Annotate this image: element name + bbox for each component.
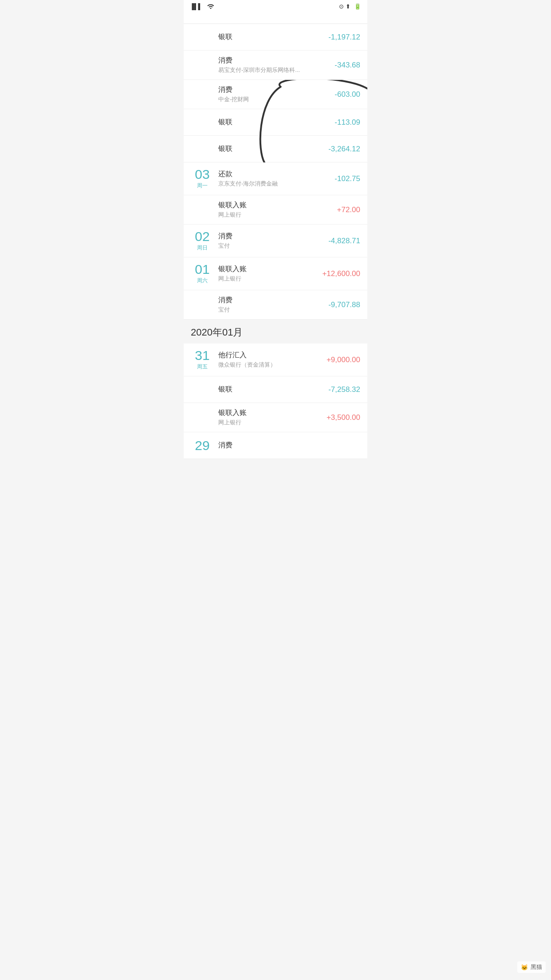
transaction-row[interactable]: 银联 -113.09: [184, 109, 367, 136]
tx-sub: 中金-挖财网: [218, 95, 316, 103]
tx-amount: -113.09: [316, 118, 360, 127]
info-col: 银联: [218, 144, 316, 154]
tx-amount: -7,258.32: [316, 385, 360, 394]
date-day: 01: [191, 263, 214, 276]
transaction-row[interactable]: 银联 -1,197.12: [184, 24, 367, 51]
tx-sub: 网上银行: [218, 275, 316, 283]
wifi-icon: [207, 3, 215, 10]
status-bar: ▐▌▌ ⊙ ⬆ 🔋: [184, 0, 367, 13]
date-col: 03 周一: [191, 168, 214, 190]
location-icon: ⬆: [346, 3, 350, 10]
info-col: 消费 易宝支付-深圳市分期乐网络科...: [218, 56, 316, 74]
info-col: 他行汇入 微众银行（资金清算）: [218, 351, 316, 369]
tx-amount: +72.00: [316, 205, 360, 214]
transaction-row[interactable]: 银联 -3,264.12: [184, 136, 367, 162]
tx-type: 消费: [218, 56, 316, 65]
battery-icon: 🔋: [354, 3, 361, 10]
transaction-row[interactable]: 银联 -7,258.32: [184, 376, 367, 403]
date-day: 31: [191, 349, 214, 362]
transaction-row[interactable]: 01 周六 银联入账 网上银行 +12,600.00: [184, 257, 367, 290]
date-col: 01 周六: [191, 263, 214, 285]
info-col: 消费 宝付: [218, 296, 316, 314]
info-col: 银联入账 网上银行: [218, 265, 316, 283]
tx-sub: 易宝支付-深圳市分期乐网络科...: [218, 66, 316, 74]
tx-amount: -4,828.71: [316, 237, 360, 245]
tx-sub: 网上银行: [218, 419, 316, 427]
info-col: 还款 京东支付-海尔消费金融: [218, 170, 316, 188]
tx-amount: -9,707.88: [316, 300, 360, 309]
nav-bar: [184, 13, 367, 24]
tx-type: 银联: [218, 385, 316, 394]
tx-type: 银联入账: [218, 408, 316, 418]
transaction-row[interactable]: 03 周一 还款 京东支付-海尔消费金融 -102.75: [184, 162, 367, 195]
tx-sub: 宝付: [218, 242, 316, 250]
tx-type: 消费: [218, 85, 316, 95]
tx-type: 消费: [218, 441, 360, 450]
date-weekday: 周一: [191, 182, 214, 190]
tx-amount: -343.68: [316, 61, 360, 70]
transaction-row[interactable]: 02 周日 消费 宝付 -4,828.71: [184, 225, 367, 257]
date-weekday: 周六: [191, 277, 214, 285]
tx-amount: -603.00: [316, 90, 360, 99]
info-col: 消费 宝付: [218, 232, 316, 250]
tx-type: 消费: [218, 232, 316, 241]
tx-type: 银联入账: [218, 265, 316, 274]
date-col: 29: [191, 439, 214, 452]
date-day: 29: [191, 439, 214, 452]
info-col: 银联: [218, 32, 316, 42]
signal-bars: ▐▌▌: [190, 3, 202, 10]
tx-amount: +9,000.00: [316, 356, 360, 364]
info-col: 银联: [218, 118, 316, 127]
transaction-row[interactable]: 消费 易宝支付-深圳市分期乐网络科... -343.68: [184, 51, 367, 80]
tx-sub: 宝付: [218, 306, 316, 314]
tx-amount: -3,264.12: [316, 145, 360, 154]
transaction-row[interactable]: 银联入账 网上银行 +72.00: [184, 195, 367, 225]
info-col: 银联入账 网上银行: [218, 408, 316, 427]
tx-type: 还款: [218, 170, 316, 179]
date-day: 03: [191, 168, 214, 181]
tx-amount: -102.75: [316, 174, 360, 183]
tx-amount: +12,600.00: [316, 269, 360, 278]
tx-type: 银联: [218, 32, 316, 42]
tx-sub: 网上银行: [218, 211, 316, 219]
info-col: 消费 中金-挖财网: [218, 85, 316, 103]
tx-amount: +3,500.00: [316, 413, 360, 422]
transaction-row[interactable]: 消费 中金-挖财网 -603.00: [184, 80, 367, 109]
transactions-list: 银联 -1,197.12 消费 易宝支付-深圳市分期乐网络科... -343.6…: [184, 24, 367, 459]
tx-type: 消费: [218, 296, 316, 305]
tx-amount: -1,197.12: [316, 33, 360, 42]
date-col: 02 周日: [191, 230, 214, 252]
tx-type: 银联: [218, 144, 316, 154]
tx-type: 银联入账: [218, 201, 316, 210]
tx-type: 他行汇入: [218, 351, 316, 360]
date-weekday: 周日: [191, 244, 214, 252]
date-col: 31 周五: [191, 349, 214, 371]
info-col: 银联入账 网上银行: [218, 201, 316, 219]
month-header: 2020年01月: [184, 320, 367, 344]
status-left: ▐▌▌: [190, 3, 215, 10]
status-right: ⊙ ⬆ 🔋: [339, 3, 361, 10]
info-col: 消费: [218, 441, 360, 450]
circled-group: 消费 中金-挖财网 -603.00 银联 -113.09 银联 -3,264.1…: [184, 80, 367, 162]
transaction-row[interactable]: 消费 宝付 -9,707.88: [184, 290, 367, 320]
tx-sub: 京东支付-海尔消费金融: [218, 180, 316, 188]
transaction-row[interactable]: 31 周五 他行汇入 微众银行（资金清算） +9,000.00: [184, 344, 367, 376]
lock-icon: ⊙: [339, 3, 344, 10]
transaction-row[interactable]: 银联入账 网上银行 +3,500.00: [184, 403, 367, 432]
date-weekday: 周五: [191, 363, 214, 371]
tx-sub: 微众银行（资金清算）: [218, 361, 316, 369]
tx-type: 银联: [218, 118, 316, 127]
date-day: 02: [191, 230, 214, 243]
transaction-row[interactable]: 29 消费: [184, 432, 367, 459]
info-col: 银联: [218, 385, 316, 394]
